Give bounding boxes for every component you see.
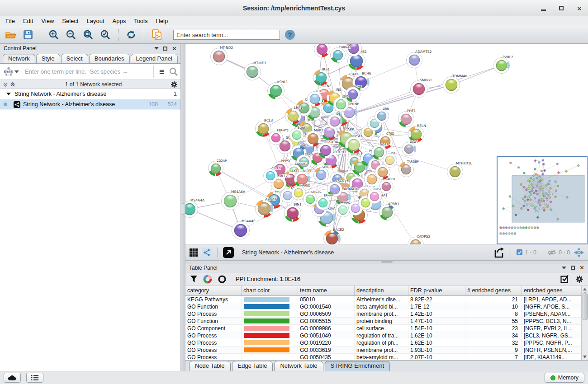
network-node-IL1B[interactable]: IL1B [308,89,322,107]
menu-item-layout[interactable]: Layout [82,17,108,25]
filter-icon[interactable] [190,275,198,283]
close-panel-icon[interactable]: ✕ [579,265,584,271]
maximize-button[interactable] [557,4,565,12]
network-node-GRN[interactable]: GRN [375,107,389,123]
table-row[interactable]: GO ProcessGO:0019220regulation of ph...1… [185,339,581,347]
pie-chart-icon[interactable] [203,275,212,284]
expander-icon[interactable] [6,93,11,95]
network-node-BACE2[interactable]: BACE2 [324,228,345,244]
scroll-down-icon[interactable] [583,356,587,358]
tab-string-enrichment[interactable]: STRING Enrichment [325,361,390,371]
column-header-chart-color[interactable]: chart color [242,286,298,295]
refresh-button[interactable] [124,28,138,42]
menu-item-select[interactable]: Select [58,17,82,25]
close-panel-icon[interactable]: ✕ [172,46,177,52]
tab-node-table[interactable]: Node Table [189,361,231,371]
export-network-icon[interactable] [493,247,505,258]
float-panel-icon[interactable] [571,266,575,270]
column-header-enriched-genes[interactable]: enriched genes [522,286,581,295]
menu-item-apps[interactable]: Apps [109,17,130,25]
network-node-PVRL2[interactable]: PVRL2 [494,55,514,74]
panel-menu-icon[interactable] [562,267,566,269]
network-view[interactable]: MT-ND2MT-ND1VSNL1GAB2FYNSYKCHRNA7ADAMTS2… [185,44,588,244]
eye-off-icon[interactable] [548,249,556,256]
gear-icon[interactable] [171,81,178,88]
network-from-clipboard-button[interactable] [150,28,164,42]
network-node-BIN1[interactable]: BIN1 [285,202,302,222]
panel-splitter[interactable] [181,44,185,371]
table-row[interactable]: GO ProcessGO:0006509membrane prot...1.42… [185,310,581,318]
column-header-category[interactable]: category [185,286,242,295]
cloud-tasks-button[interactable] [4,373,21,383]
column-header-term-name[interactable]: term name [298,286,355,295]
column-header-description[interactable]: description [355,286,408,295]
selected-checkbox-icon[interactable] [517,249,522,255]
network-node-PHF1[interactable]: PHF1 [398,109,416,127]
network-node-CADPS2[interactable]: CADPS2 [408,234,431,244]
share-network-button[interactable] [202,248,212,258]
column-header-FDR-p-value[interactable]: FDR p-value [408,286,465,295]
table-row[interactable]: GO ComponentGO:0009986cell surface1.54E-… [185,325,581,332]
task-history-button[interactable] [26,373,43,383]
tab-select[interactable]: Select [61,54,88,63]
network-node-SORT1[interactable]: SORT1 [314,165,332,183]
menu-item-file[interactable]: File [5,17,19,25]
table-row[interactable]: GO ProcessGO:0033619membrane prot...1.93… [185,347,581,354]
menu-item-help[interactable]: Help [152,17,172,25]
scroll-up-icon[interactable] [583,288,587,290]
table-row[interactable]: GO ProcessGO:0051049regulation of tra...… [185,332,581,339]
string-source-selector[interactable]: STRING [2,66,21,78]
search-input[interactable] [173,30,280,40]
table-scrollbar[interactable] [581,286,588,360]
network-node-FYN[interactable]: FYN [314,44,330,57]
open-in-browser-button[interactable] [223,247,234,258]
tab-edge-table[interactable]: Edge Table [232,361,273,371]
table-row[interactable]: GO FunctionGO:0001540beta-amyloid bi...1… [185,303,581,310]
string-query-input[interactable]: Enter one term per line. Set species → [21,68,153,75]
minimize-button[interactable] [539,4,547,12]
network-node-MS4A6A[interactable]: MS4A6A [222,190,246,210]
settings-gear-icon[interactable] [575,275,583,283]
network-node-IRS1[interactable]: IRS1 [313,67,330,86]
menu-item-tools[interactable]: Tools [130,17,152,25]
string-search-icon[interactable] [169,67,179,77]
menu-item-edit[interactable]: Edit [19,17,37,25]
table-panel-splitter[interactable] [185,261,588,263]
tab-boundaries[interactable]: Boundaries [89,54,130,63]
float-panel-icon[interactable] [163,47,167,51]
network-node-DLG4[interactable]: DLG4 [402,140,418,156]
network-node-ADAMTS2[interactable]: ADAMTS2 [407,50,432,68]
network-node-MTHFD1L[interactable]: MTHFD1L [447,161,473,180]
save-session-button[interactable] [21,28,35,42]
zoom-out-button[interactable] [64,28,78,42]
tab-network[interactable]: Network [3,54,35,63]
set-species-label[interactable]: Set species → [90,68,128,75]
network-node-MT-ND1[interactable]: MT-ND1 [244,61,267,80]
table-row[interactable]: KEGG Pathways05010Alzheimer's dise...8.8… [185,296,581,303]
zoom-in-button[interactable] [47,28,61,42]
network-node-BDNF[interactable]: BDNF [290,126,306,142]
table-row[interactable]: GO ProcessGO:0050435beta-amyloid m...2.0… [185,354,581,360]
close-button[interactable]: × [575,4,583,12]
ring-chart-icon[interactable] [218,275,227,284]
scrollbar-thumb[interactable] [583,292,588,320]
expand-collapse-icons[interactable] [3,81,16,88]
birds-eye-view[interactable] [497,156,588,244]
column-header--enriched-genes[interactable]: # enriched genes [465,286,522,295]
network-collection-row[interactable]: String Network - Alzheimer's disease1 [0,89,180,99]
network-node-AGER[interactable]: AGER [379,178,396,194]
menu-item-view[interactable]: View [37,17,58,25]
panel-menu-icon[interactable] [154,47,159,50]
navigate-icon[interactable] [574,247,584,258]
network-node-MS4A4E[interactable]: MS4A4E [232,219,256,239]
network-node-TOMM40[interactable]: TOMM40 [443,74,468,94]
network-node-TARDBP[interactable]: TARDBP [399,160,419,177]
tab-style[interactable]: Style [36,54,60,63]
open-session-button[interactable] [4,28,18,42]
string-options-icon[interactable]: ≡ [156,67,167,76]
tab-legend-panel[interactable]: Legend Panel [131,54,178,63]
network-node-VSNL1[interactable]: VSNL1 [268,80,288,99]
grid-view-icon[interactable] [189,248,198,257]
zoom-selected-button[interactable] [98,28,113,42]
zoom-fit-button[interactable] [81,28,95,42]
